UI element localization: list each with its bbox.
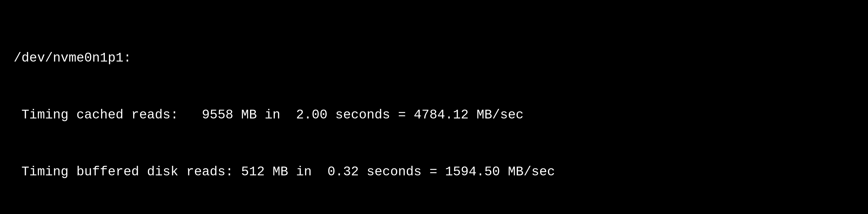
terminal-line-3: Timing buffered disk reads: 512 MB in 0.… [13, 162, 855, 182]
terminal-line-1: /dev/nvme0n1p1: [13, 49, 855, 68]
terminal-line-2: Timing cached reads: 9558 MB in 2.00 sec… [13, 105, 855, 125]
terminal-window: /dev/nvme0n1p1: Timing cached reads: 955… [0, 0, 868, 214]
